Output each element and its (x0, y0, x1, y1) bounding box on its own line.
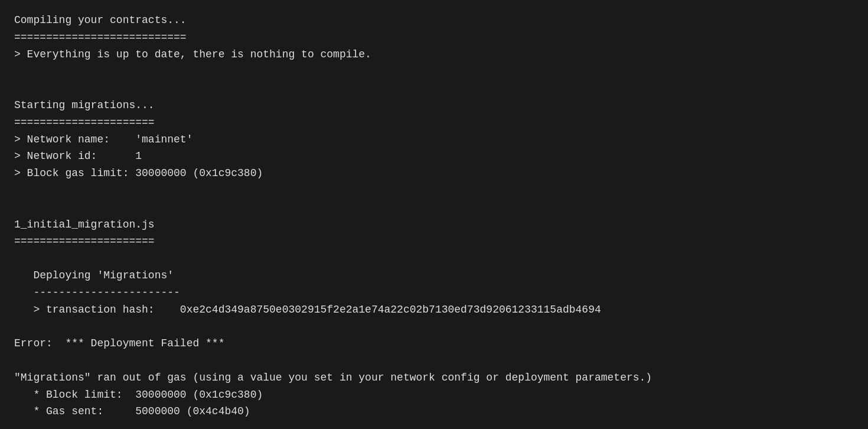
empty-line (14, 199, 854, 216)
empty-line (14, 63, 854, 80)
empty-line (14, 352, 854, 369)
empty-line (14, 182, 854, 199)
up-to-date: > Everything is up to date, there is not… (14, 46, 854, 63)
network-id: > Network id: 1 (14, 148, 854, 165)
compiling: Compiling your contracts... (14, 12, 854, 29)
sep2: ====================== (14, 114, 854, 131)
empty-line (14, 250, 854, 267)
empty-line (14, 80, 854, 97)
out-of-gas: "Migrations" ran out of gas (using a val… (14, 369, 854, 386)
tx-hash: > transaction hash: 0xe2c4d349a8750e0302… (14, 301, 854, 318)
block-gas: > Block gas limit: 30000000 (0x1c9c380) (14, 165, 854, 182)
block-limit: * Block limit: 30000000 (0x1c9c380) (14, 386, 854, 404)
network-name: > Network name: 'mainnet' (14, 131, 854, 148)
terminal-output: Compiling your contracts...=============… (14, 12, 854, 420)
migration-file: 1_initial_migration.js (14, 216, 854, 233)
dashes: ----------------------- (14, 284, 854, 301)
sep3: ====================== (14, 233, 854, 250)
gas-sent: * Gas sent: 5000000 (0x4c4b40) (14, 403, 854, 420)
error-line: Error: *** Deployment Failed *** (14, 335, 854, 352)
starting: Starting migrations... (14, 97, 854, 114)
deploying: Deploying 'Migrations' (14, 267, 854, 284)
sep1: =========================== (14, 29, 854, 46)
empty-line (14, 318, 854, 335)
